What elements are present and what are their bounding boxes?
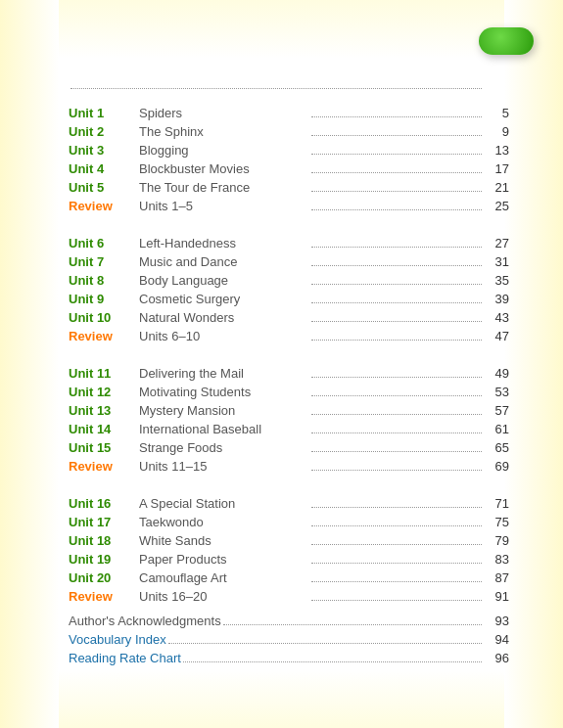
- toc-page-number: 13: [486, 144, 509, 157]
- back-matter-dots: [183, 661, 482, 662]
- toc-unit-label: Unit 12: [69, 386, 139, 398]
- toc-body: Unit 1Spiders5Unit 2The Sphinx9Unit 3Blo…: [69, 107, 509, 609]
- toc-page-number: 43: [486, 311, 509, 324]
- back-matter-dots: [223, 624, 482, 625]
- toc-dots: [311, 284, 482, 285]
- toc-entry-row: Unit 7Music and Dance31: [69, 255, 509, 274]
- toc-unit-label: Unit 17: [69, 516, 139, 528]
- toc-unit-label: Review: [69, 590, 139, 603]
- toc-page-number: 31: [486, 255, 509, 268]
- toc-page-number: 49: [486, 367, 509, 380]
- toc-title-text: White Sands: [139, 534, 309, 547]
- table-of-contents: Unit 1Spiders5Unit 2The Sphinx9Unit 3Blo…: [69, 88, 509, 670]
- toc-dots: [311, 525, 482, 526]
- toc-title-text: Paper Products: [139, 553, 309, 566]
- toc-entry-row: Unit 4Blockbuster Movies17: [69, 162, 509, 181]
- toc-entry-row: Unit 13Mystery Mansion57: [69, 404, 509, 423]
- toc-title-text: Units 11–15: [139, 460, 309, 473]
- back-matter-title: Author's Acknowledgments: [69, 614, 221, 627]
- toc-entry-row: Unit 8Body Language35: [69, 274, 509, 293]
- toc-title-text: Music and Dance: [139, 255, 309, 268]
- toc-unit-label: Unit 19: [69, 553, 139, 566]
- toc-dots: [311, 116, 482, 117]
- toc-dots: [311, 191, 482, 192]
- toc-unit-label: Unit 20: [69, 571, 139, 584]
- toc-dots: [311, 544, 482, 545]
- toc-title-text: Motivating Students: [139, 386, 309, 398]
- toc-entry-row: Unit 9Cosmetic Surgery39: [69, 293, 509, 311]
- toc-title-text: Spiders: [139, 107, 309, 119]
- toc-title-text: Units 16–20: [139, 590, 309, 603]
- toc-page-number: 71: [486, 497, 509, 510]
- toc-dots: [311, 135, 482, 136]
- toc-spacer: [69, 218, 509, 237]
- toc-title-text: Blogging: [139, 144, 309, 157]
- toc-entry-row: Unit 10Natural Wonders43: [69, 311, 509, 330]
- toc-page-number: 91: [486, 590, 509, 603]
- toc-unit-label: Unit 6: [69, 237, 139, 250]
- intro-dots: [70, 88, 482, 89]
- toc-unit-label: Unit 11: [69, 367, 139, 380]
- toc-unit-label: Unit 18: [69, 534, 139, 547]
- toc-unit-label: Unit 3: [69, 144, 139, 157]
- page-content: Unit 1Spiders5Unit 2The Sphinx9Unit 3Blo…: [0, 0, 563, 690]
- toc-unit-label: Unit 7: [69, 255, 139, 268]
- toc-dots: [311, 600, 482, 601]
- toc-page-number: 35: [486, 274, 509, 287]
- toc-page-number: 27: [486, 237, 509, 250]
- back-matter-dots: [168, 643, 482, 644]
- toc-unit-label: Unit 16: [69, 497, 139, 510]
- toc-dots: [311, 265, 482, 266]
- toc-title-text: Camouflage Art: [139, 571, 309, 584]
- toc-title-text: Taekwondo: [139, 516, 309, 528]
- toc-page-number: 69: [486, 460, 509, 473]
- toc-entry-row: Unit 6Left-Handedness27: [69, 237, 509, 255]
- toc-entry-row: Unit 16A Special Station71: [69, 497, 509, 516]
- toc-unit-label: Unit 13: [69, 404, 139, 417]
- toc-page-number: 61: [486, 423, 509, 435]
- toc-title-text: Units 1–5: [139, 200, 309, 212]
- toc-entry-row: Unit 18White Sands79: [69, 534, 509, 553]
- toc-unit-label: Review: [69, 460, 139, 473]
- toc-dots: [311, 172, 482, 173]
- toc-title-text: Body Language: [139, 274, 309, 287]
- toc-title-text: Blockbuster Movies: [139, 162, 309, 175]
- back-matter-page: 96: [486, 652, 509, 664]
- toc-dots: [311, 377, 482, 378]
- toc-dots: [311, 302, 482, 303]
- contents-badge: [479, 27, 534, 59]
- toc-entry-row: Unit 20Camouflage Art87: [69, 571, 509, 590]
- toc-dots: [311, 563, 482, 564]
- toc-title-text: A Special Station: [139, 497, 309, 510]
- back-matter-page: 93: [486, 614, 509, 627]
- toc-title-text: Mystery Mansion: [139, 404, 309, 417]
- toc-dots: [311, 395, 482, 396]
- toc-entry-row: ReviewUnits 1–525: [69, 200, 509, 218]
- toc-entry-row: ReviewUnits 6–1047: [69, 330, 509, 348]
- toc-title-text: Units 6–10: [139, 330, 309, 342]
- toc-entry-row: Unit 14International Baseball61: [69, 423, 509, 441]
- toc-unit-label: Unit 2: [69, 125, 139, 138]
- toc-unit-label: Unit 1: [69, 107, 139, 119]
- toc-page-number: 57: [486, 404, 509, 417]
- toc-unit-label: Review: [69, 200, 139, 212]
- toc-unit-label: Unit 10: [69, 311, 139, 324]
- toc-entry-row: ReviewUnits 16–2091: [69, 590, 509, 609]
- back-matter-title: Vocabulary Index: [69, 633, 166, 646]
- toc-title-text: The Tour de France: [139, 181, 309, 194]
- toc-dots: [311, 340, 482, 341]
- toc-dots: [311, 507, 482, 508]
- toc-entry-row: Unit 19Paper Products83: [69, 553, 509, 571]
- toc-unit-label: Unit 9: [69, 293, 139, 305]
- toc-page-number: 87: [486, 571, 509, 584]
- back-matter-row: Vocabulary Index94: [69, 633, 509, 652]
- toc-unit-label: Unit 4: [69, 162, 139, 175]
- toc-dots: [311, 247, 482, 248]
- toc-title-text: Left-Handedness: [139, 237, 309, 250]
- toc-dots: [311, 432, 482, 433]
- toc-entry-row: Unit 12Motivating Students53: [69, 386, 509, 404]
- toc-entry-row: Unit 5The Tour de France21: [69, 181, 509, 200]
- toc-unit-label: Unit 14: [69, 423, 139, 435]
- toc-dots: [311, 414, 482, 415]
- toc-dots: [311, 154, 482, 155]
